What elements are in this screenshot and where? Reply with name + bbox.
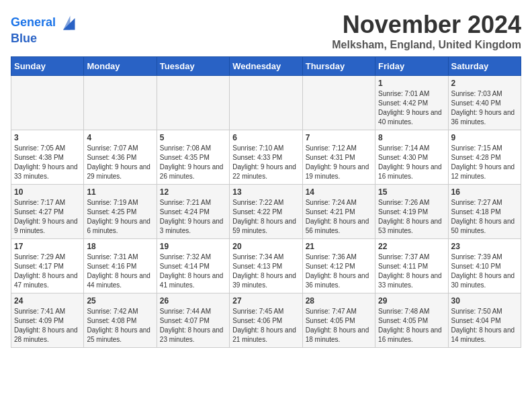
day-info: Sunrise: 7:05 AM Sunset: 4:38 PM Dayligh… <box>14 144 81 181</box>
day-info: Sunrise: 7:14 AM Sunset: 4:30 PM Dayligh… <box>378 144 445 181</box>
calendar-cell-1-5: 8Sunrise: 7:14 AM Sunset: 4:30 PM Daylig… <box>375 130 448 185</box>
day-number: 13 <box>232 187 299 197</box>
day-header-thursday: Thursday <box>302 57 375 76</box>
day-info: Sunrise: 7:17 AM Sunset: 4:27 PM Dayligh… <box>14 198 81 236</box>
calendar-cell-4-1: 25Sunrise: 7:42 AM Sunset: 4:08 PM Dayli… <box>84 293 157 348</box>
calendar-cell-2-0: 10Sunrise: 7:17 AM Sunset: 4:27 PM Dayli… <box>11 185 84 239</box>
day-number: 18 <box>87 242 153 251</box>
day-info: Sunrise: 7:34 AM Sunset: 4:13 PM Dayligh… <box>232 253 299 290</box>
day-number: 22 <box>378 242 445 251</box>
calendar-cell-0-1 <box>84 76 157 130</box>
calendar-cell-4-0: 24Sunrise: 7:41 AM Sunset: 4:09 PM Dayli… <box>11 293 84 348</box>
title-area: November 2024 Melksham, England, United … <box>332 11 521 51</box>
svg-marker-1 <box>63 16 71 30</box>
calendar-cell-3-6: 23Sunrise: 7:39 AM Sunset: 4:10 PM Dayli… <box>448 239 521 293</box>
day-info: Sunrise: 7:15 AM Sunset: 4:28 PM Dayligh… <box>451 144 518 181</box>
logo-text: General <box>11 16 56 30</box>
day-header-wednesday: Wednesday <box>230 57 302 76</box>
day-info: Sunrise: 7:22 AM Sunset: 4:22 PM Dayligh… <box>232 198 299 236</box>
day-header-tuesday: Tuesday <box>157 57 229 76</box>
logo: General Blue <box>11 13 77 46</box>
day-number: 12 <box>160 187 226 197</box>
day-header-sunday: Sunday <box>11 57 84 76</box>
day-number: 14 <box>306 187 372 197</box>
day-number: 5 <box>160 133 226 142</box>
day-number: 10 <box>14 187 81 197</box>
day-number: 24 <box>14 296 81 306</box>
calendar-cell-3-0: 17Sunrise: 7:29 AM Sunset: 4:17 PM Dayli… <box>11 239 84 293</box>
day-number: 21 <box>306 242 372 251</box>
calendar-cell-0-6: 2Sunrise: 7:03 AM Sunset: 4:40 PM Daylig… <box>448 76 521 130</box>
day-number: 30 <box>451 296 518 306</box>
calendar-cell-2-1: 11Sunrise: 7:19 AM Sunset: 4:25 PM Dayli… <box>84 185 157 239</box>
day-info: Sunrise: 7:26 AM Sunset: 4:19 PM Dayligh… <box>378 198 445 236</box>
day-header-monday: Monday <box>84 57 157 76</box>
calendar-cell-1-2: 5Sunrise: 7:08 AM Sunset: 4:35 PM Daylig… <box>157 130 229 185</box>
calendar-cell-2-6: 16Sunrise: 7:27 AM Sunset: 4:18 PM Dayli… <box>448 185 521 239</box>
day-info: Sunrise: 7:29 AM Sunset: 4:17 PM Dayligh… <box>14 253 81 290</box>
day-number: 9 <box>451 133 518 142</box>
day-number: 7 <box>306 133 372 142</box>
day-info: Sunrise: 7:36 AM Sunset: 4:12 PM Dayligh… <box>306 253 372 290</box>
day-info: Sunrise: 7:01 AM Sunset: 4:42 PM Dayligh… <box>378 89 445 127</box>
calendar-cell-4-4: 28Sunrise: 7:47 AM Sunset: 4:05 PM Dayli… <box>302 293 375 348</box>
calendar-header-row: SundayMondayTuesdayWednesdayThursdayFrid… <box>11 57 521 76</box>
calendar-cell-3-1: 18Sunrise: 7:31 AM Sunset: 4:16 PM Dayli… <box>84 239 157 293</box>
day-info: Sunrise: 7:27 AM Sunset: 4:18 PM Dayligh… <box>451 198 518 236</box>
day-info: Sunrise: 7:44 AM Sunset: 4:07 PM Dayligh… <box>160 307 226 345</box>
calendar-cell-4-2: 26Sunrise: 7:44 AM Sunset: 4:07 PM Dayli… <box>157 293 229 348</box>
calendar-cell-2-2: 12Sunrise: 7:21 AM Sunset: 4:24 PM Dayli… <box>157 185 229 239</box>
week-row-2: 10Sunrise: 7:17 AM Sunset: 4:27 PM Dayli… <box>11 185 521 239</box>
day-number: 4 <box>87 133 153 142</box>
calendar-cell-2-3: 13Sunrise: 7:22 AM Sunset: 4:22 PM Dayli… <box>230 185 302 239</box>
header: General Blue November 2024 Melksham, Eng… <box>11 11 521 51</box>
day-info: Sunrise: 7:19 AM Sunset: 4:25 PM Dayligh… <box>87 198 153 236</box>
day-info: Sunrise: 7:31 AM Sunset: 4:16 PM Dayligh… <box>87 253 153 290</box>
calendar-cell-4-5: 29Sunrise: 7:48 AM Sunset: 4:05 PM Dayli… <box>375 293 448 348</box>
day-number: 23 <box>451 242 518 251</box>
day-info: Sunrise: 7:32 AM Sunset: 4:14 PM Dayligh… <box>160 253 226 290</box>
day-info: Sunrise: 7:03 AM Sunset: 4:40 PM Dayligh… <box>451 89 518 127</box>
day-header-saturday: Saturday <box>448 57 521 76</box>
day-number: 3 <box>14 133 81 142</box>
day-number: 26 <box>160 296 226 306</box>
day-info: Sunrise: 7:45 AM Sunset: 4:06 PM Dayligh… <box>232 307 299 345</box>
day-info: Sunrise: 7:50 AM Sunset: 4:04 PM Dayligh… <box>451 307 518 345</box>
calendar-cell-1-4: 7Sunrise: 7:12 AM Sunset: 4:31 PM Daylig… <box>302 130 375 185</box>
day-info: Sunrise: 7:08 AM Sunset: 4:35 PM Dayligh… <box>160 144 226 181</box>
day-number: 11 <box>87 187 153 197</box>
logo-icon <box>58 13 77 32</box>
calendar-cell-3-4: 21Sunrise: 7:36 AM Sunset: 4:12 PM Dayli… <box>302 239 375 293</box>
calendar-cell-2-5: 15Sunrise: 7:26 AM Sunset: 4:19 PM Dayli… <box>375 185 448 239</box>
calendar-cell-0-0 <box>11 76 84 130</box>
week-row-3: 17Sunrise: 7:29 AM Sunset: 4:17 PM Dayli… <box>11 239 521 293</box>
calendar-cell-1-3: 6Sunrise: 7:10 AM Sunset: 4:33 PM Daylig… <box>230 130 302 185</box>
logo-text-blue: Blue <box>11 32 77 46</box>
day-info: Sunrise: 7:41 AM Sunset: 4:09 PM Dayligh… <box>14 307 81 345</box>
day-number: 19 <box>160 242 226 251</box>
month-title: November 2024 <box>332 11 521 39</box>
day-info: Sunrise: 7:12 AM Sunset: 4:31 PM Dayligh… <box>306 144 372 181</box>
week-row-0: 1Sunrise: 7:01 AM Sunset: 4:42 PM Daylig… <box>11 76 521 130</box>
calendar-cell-1-1: 4Sunrise: 7:07 AM Sunset: 4:36 PM Daylig… <box>84 130 157 185</box>
calendar-cell-3-2: 19Sunrise: 7:32 AM Sunset: 4:14 PM Dayli… <box>157 239 229 293</box>
day-number: 2 <box>451 79 518 88</box>
calendar-cell-4-6: 30Sunrise: 7:50 AM Sunset: 4:04 PM Dayli… <box>448 293 521 348</box>
day-number: 16 <box>451 187 518 197</box>
calendar-cell-0-3 <box>230 76 302 130</box>
calendar-cell-0-5: 1Sunrise: 7:01 AM Sunset: 4:42 PM Daylig… <box>375 76 448 130</box>
day-info: Sunrise: 7:39 AM Sunset: 4:10 PM Dayligh… <box>451 253 518 290</box>
calendar-cell-0-4 <box>302 76 375 130</box>
day-info: Sunrise: 7:47 AM Sunset: 4:05 PM Dayligh… <box>306 307 372 345</box>
day-number: 8 <box>378 133 445 142</box>
day-number: 28 <box>306 296 372 306</box>
week-row-1: 3Sunrise: 7:05 AM Sunset: 4:38 PM Daylig… <box>11 130 521 185</box>
calendar-cell-1-0: 3Sunrise: 7:05 AM Sunset: 4:38 PM Daylig… <box>11 130 84 185</box>
calendar-cell-1-6: 9Sunrise: 7:15 AM Sunset: 4:28 PM Daylig… <box>448 130 521 185</box>
day-number: 6 <box>232 133 299 142</box>
day-number: 15 <box>378 187 445 197</box>
day-number: 20 <box>232 242 299 251</box>
day-info: Sunrise: 7:21 AM Sunset: 4:24 PM Dayligh… <box>160 198 226 236</box>
day-info: Sunrise: 7:42 AM Sunset: 4:08 PM Dayligh… <box>87 307 153 345</box>
day-info: Sunrise: 7:24 AM Sunset: 4:21 PM Dayligh… <box>306 198 372 236</box>
